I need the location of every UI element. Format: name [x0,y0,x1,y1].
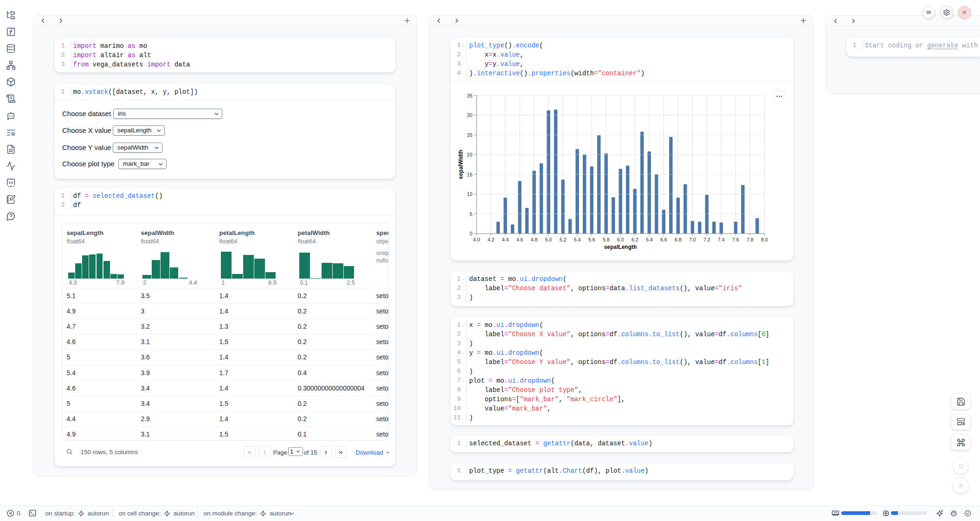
svg-text:7.8: 7.8 [747,237,754,242]
svg-text:30: 30 [467,112,472,118]
svg-text:4.8: 4.8 [531,237,538,242]
svg-text:4.2: 4.2 [488,237,495,242]
svg-text:5.2: 5.2 [560,237,567,242]
svg-text:6.4: 6.4 [646,237,653,242]
svg-text:20: 20 [467,152,472,157]
svg-text:5.8: 5.8 [603,237,610,242]
svg-text:8.0: 8.0 [761,237,768,242]
svg-text:sepalLength: sepalLength [604,244,637,250]
svg-text:6.6: 6.6 [660,237,667,242]
svg-text:4.6: 4.6 [516,237,523,242]
svg-text:6.2: 6.2 [632,237,638,242]
svg-text:6.8: 6.8 [675,237,682,242]
svg-text:5.4: 5.4 [574,237,581,242]
svg-text:35: 35 [467,93,472,98]
svg-text:25: 25 [467,132,472,138]
svg-text:10: 10 [467,191,472,197]
svg-text:5.0: 5.0 [545,237,552,242]
svg-text:7.4: 7.4 [718,237,725,242]
svg-text:5.6: 5.6 [588,237,595,242]
svg-text:7.2: 7.2 [703,237,710,242]
svg-text:5: 5 [470,211,472,217]
svg-text:4.4: 4.4 [502,237,509,242]
svg-text:15: 15 [467,172,472,177]
svg-text:7.6: 7.6 [732,237,739,242]
svg-text:4.0: 4.0 [473,237,480,242]
svg-text:7.0: 7.0 [689,237,696,242]
svg-text:0: 0 [470,231,472,236]
svg-text:sepalWidth: sepalWidth [458,150,464,179]
svg-text:6.0: 6.0 [617,237,624,242]
